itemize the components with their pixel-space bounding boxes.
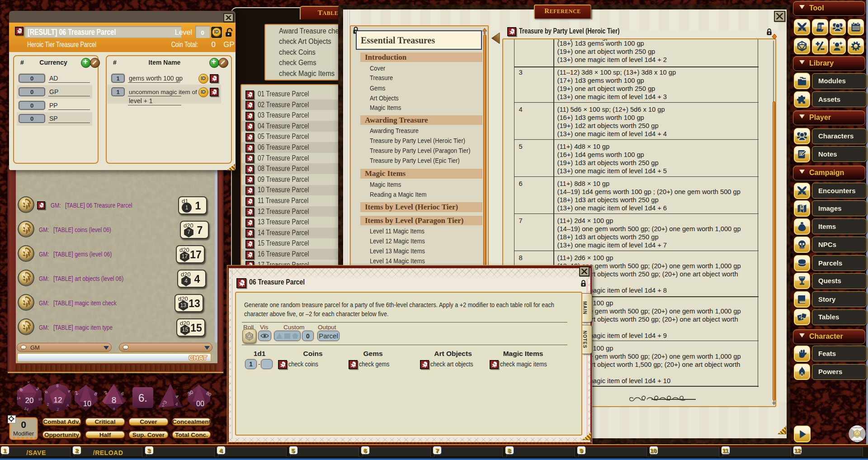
svg-text:2: 2 bbox=[47, 402, 49, 407]
svg-text:A: A bbox=[66, 403, 69, 408]
svg-text:6: 6 bbox=[28, 381, 30, 384]
svg-text:2: 2 bbox=[162, 403, 165, 408]
svg-text:00: 00 bbox=[196, 400, 204, 408]
svg-text:GROUNDS: GROUNDS bbox=[852, 440, 863, 442]
svg-text:6.: 6. bbox=[138, 392, 147, 404]
svg-text:12: 12 bbox=[54, 396, 62, 404]
svg-text:8: 8 bbox=[56, 384, 58, 388]
svg-text:10: 10 bbox=[83, 400, 91, 408]
svg-text:20: 20 bbox=[25, 396, 34, 405]
svg-text:10: 10 bbox=[38, 397, 42, 401]
svg-text:FANTASY: FANTASY bbox=[853, 427, 862, 429]
svg-text:8: 8 bbox=[112, 395, 117, 405]
svg-text:14: 14 bbox=[17, 396, 21, 400]
svg-text:4: 4 bbox=[113, 407, 115, 411]
svg-text:2: 2 bbox=[57, 407, 59, 412]
